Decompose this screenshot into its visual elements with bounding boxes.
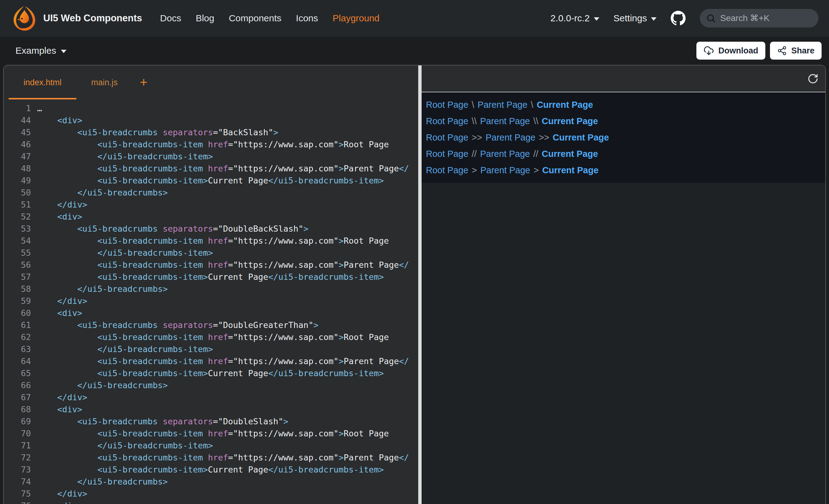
line-number: 45 bbox=[4, 126, 31, 138]
code-line[interactable]: </div> bbox=[37, 199, 418, 210]
breadcrumb-link[interactable]: Parent Page bbox=[480, 116, 530, 126]
breadcrumb-current: Current Page bbox=[537, 100, 593, 110]
breadcrumb-link[interactable]: Root Page bbox=[426, 165, 468, 176]
tab-main-js[interactable]: main.js bbox=[76, 66, 133, 100]
code-line[interactable]: <ui5-breadcrumbs-item href="https://www.… bbox=[37, 138, 418, 150]
github-link[interactable] bbox=[671, 11, 686, 26]
breadcrumb-link[interactable]: Parent Page bbox=[480, 149, 530, 159]
nav-link-components[interactable]: Components bbox=[229, 13, 281, 24]
breadcrumb-separator: \\ bbox=[472, 116, 477, 126]
code-editor[interactable]: 1444546474849505152535455565758596061626… bbox=[4, 100, 418, 504]
code-line[interactable]: <ui5-breadcrumbs separators="DoubleBackS… bbox=[37, 223, 418, 235]
code-line[interactable]: <ui5-breadcrumbs-item href="https://www.… bbox=[37, 331, 418, 343]
preview-toolbar bbox=[422, 66, 825, 92]
version-dropdown[interactable]: 2.0.0-rc.2 bbox=[550, 13, 599, 24]
code-line[interactable]: <ui5-breadcrumbs-item>Current Page</ui5-… bbox=[37, 464, 418, 475]
nav-links: DocsBlogComponentsIconsPlayground bbox=[160, 13, 380, 24]
code-line[interactable]: <ui5-breadcrumbs-item>Current Page</ui5-… bbox=[37, 175, 418, 187]
code-line[interactable]: </ui5-breadcrumbs-item> bbox=[37, 150, 418, 162]
line-number: 76 bbox=[4, 500, 31, 504]
preview-breadcrumbs: Root Page\Parent Page\Current PageRoot P… bbox=[426, 96, 821, 179]
add-tab-button[interactable]: + bbox=[135, 66, 153, 100]
search-input[interactable] bbox=[700, 9, 819, 28]
code-line[interactable]: </ui5-breadcrumbs> bbox=[37, 475, 418, 488]
breadcrumb-link[interactable]: Parent Page bbox=[477, 100, 527, 110]
code-line[interactable]: </ui5-breadcrumbs> bbox=[37, 379, 418, 391]
nav-link-docs[interactable]: Docs bbox=[160, 13, 181, 24]
breadcrumb-separator: \\ bbox=[533, 116, 538, 126]
breadcrumb-link[interactable]: Root Page bbox=[426, 132, 468, 143]
line-number: 57 bbox=[4, 271, 31, 283]
pane-resize-handle[interactable] bbox=[418, 66, 422, 504]
ui5-phoenix-logo-icon bbox=[11, 5, 38, 32]
breadcrumb: Root Page\\Parent Page\\Current Page bbox=[426, 113, 821, 129]
line-number: 53 bbox=[4, 223, 31, 235]
line-number: 49 bbox=[4, 175, 31, 187]
nav-link-blog[interactable]: Blog bbox=[196, 13, 214, 24]
line-number: 61 bbox=[4, 319, 31, 331]
line-number: 59 bbox=[4, 295, 31, 307]
line-number: 69 bbox=[4, 415, 31, 427]
toolbar-actions: Download Share bbox=[696, 42, 822, 60]
breadcrumb-separator: \ bbox=[472, 100, 474, 110]
breadcrumb-link[interactable]: Root Page bbox=[426, 100, 468, 110]
code-editor-pane: index.htmlmain.js+ 144454647484950515253… bbox=[4, 66, 418, 504]
tab-index-html[interactable]: index.html bbox=[9, 66, 76, 100]
code-line[interactable]: <ui5-breadcrumbs separators="DoubleGreat… bbox=[37, 319, 418, 331]
line-number: 73 bbox=[4, 464, 31, 475]
code-line[interactable]: </div> bbox=[37, 391, 418, 403]
line-number: 66 bbox=[4, 379, 31, 391]
code-line[interactable]: </ui5-breadcrumbs-item> bbox=[37, 439, 418, 452]
line-number: 71 bbox=[4, 439, 31, 452]
code-line[interactable]: </ui5-breadcrumbs-item> bbox=[37, 247, 418, 259]
brand[interactable]: UI5 Web Components bbox=[11, 5, 142, 32]
breadcrumb-link[interactable]: Parent Page bbox=[485, 132, 535, 143]
code-line[interactable]: <ui5-breadcrumbs-item href="https://www.… bbox=[37, 452, 418, 464]
line-number: 56 bbox=[4, 259, 31, 271]
code-line[interactable]: <ui5-breadcrumbs-item>Current Page</ui5-… bbox=[37, 367, 418, 379]
line-number: 48 bbox=[4, 162, 31, 175]
line-number: 65 bbox=[4, 367, 31, 379]
breadcrumb-link[interactable]: Root Page bbox=[426, 116, 468, 126]
share-icon bbox=[777, 46, 787, 55]
line-number: 72 bbox=[4, 452, 31, 464]
examples-label: Examples bbox=[15, 45, 56, 56]
code-line[interactable]: </ui5-breadcrumbs> bbox=[37, 283, 418, 295]
code-line[interactable]: <ui5-breadcrumbs-item href="https://www.… bbox=[37, 162, 418, 175]
share-button[interactable]: Share bbox=[770, 42, 822, 60]
code-line[interactable]: </ui5-breadcrumbs> bbox=[37, 187, 418, 199]
nav-link-playground[interactable]: Playground bbox=[333, 13, 380, 24]
code-line[interactable]: <div> bbox=[37, 403, 418, 415]
code-line[interactable]: <ui5-breadcrumbs-item href="https://www.… bbox=[37, 427, 418, 439]
line-number: 44 bbox=[4, 114, 31, 126]
refresh-button[interactable] bbox=[807, 73, 819, 84]
code-line[interactable]: </div> bbox=[37, 295, 418, 307]
code-line[interactable]: <div> bbox=[37, 114, 418, 126]
code-line[interactable]: </ui5-breadcrumbs-item> bbox=[37, 343, 418, 355]
code-line[interactable]: <div> bbox=[37, 307, 418, 319]
line-number: 51 bbox=[4, 199, 31, 210]
line-number: 70 bbox=[4, 427, 31, 439]
breadcrumb-current: Current Page bbox=[542, 116, 598, 126]
breadcrumb: Root Page//Parent Page//Current Page bbox=[426, 146, 821, 162]
preview-empty-area bbox=[422, 183, 825, 504]
code-line[interactable]: … bbox=[37, 102, 418, 114]
download-button[interactable]: Download bbox=[696, 42, 765, 60]
line-number: 1 bbox=[4, 102, 31, 114]
code-line[interactable]: <ui5-breadcrumbs-item href="https://www.… bbox=[37, 259, 418, 271]
code-line[interactable]: </div> bbox=[37, 488, 418, 500]
search-box bbox=[700, 9, 819, 28]
examples-dropdown[interactable]: Examples bbox=[15, 45, 67, 56]
code-line[interactable]: <div> bbox=[37, 500, 418, 504]
breadcrumb-link[interactable]: Parent Page bbox=[480, 165, 530, 176]
code-line[interactable]: <ui5-breadcrumbs separators="DoubleSlash… bbox=[37, 415, 418, 427]
breadcrumb-link[interactable]: Root Page bbox=[426, 149, 468, 159]
code-line[interactable]: <ui5-breadcrumbs-item href="https://www.… bbox=[37, 235, 418, 247]
code-line[interactable]: <ui5-breadcrumbs-item>Current Page</ui5-… bbox=[37, 271, 418, 283]
code-line[interactable]: <div> bbox=[37, 210, 418, 223]
code-line[interactable]: <ui5-breadcrumbs separators="BackSlash"> bbox=[37, 126, 418, 138]
nav-link-icons[interactable]: Icons bbox=[296, 13, 318, 24]
settings-label: Settings bbox=[614, 13, 647, 24]
settings-dropdown[interactable]: Settings bbox=[614, 13, 656, 24]
code-line[interactable]: <ui5-breadcrumbs-item href="https://www.… bbox=[37, 355, 418, 367]
